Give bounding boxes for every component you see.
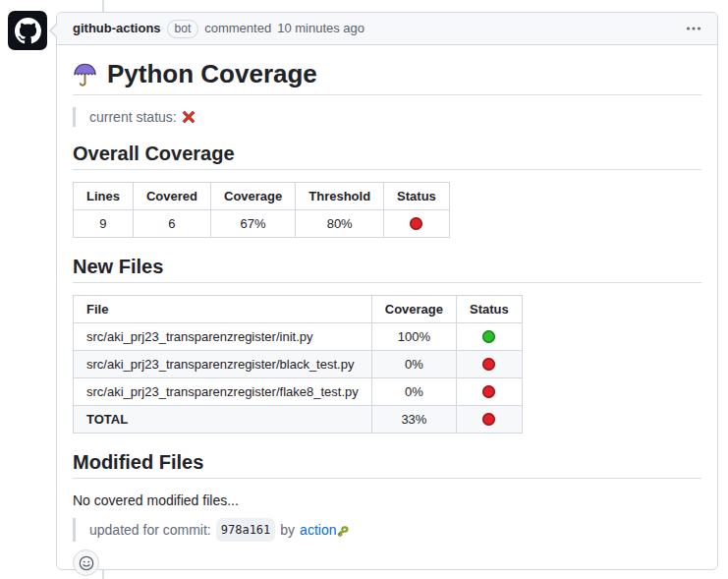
author-link[interactable]: github-actions	[73, 20, 161, 37]
comment-card: github-actions bot commented 10 minutes …	[56, 12, 718, 570]
action-link[interactable]: action	[300, 519, 336, 541]
smiley-icon	[79, 555, 94, 571]
column-header: File	[74, 296, 372, 323]
status-dot	[482, 330, 495, 343]
file-path: src/aki_prj23_transparenzregister/black_…	[74, 351, 372, 378]
coverage-value: 0%	[371, 378, 456, 406]
commit-sha-chip: 978a161	[216, 518, 276, 542]
reaction-row	[73, 550, 701, 579]
coverage-value: 100%	[371, 323, 456, 351]
comment-body: Python Coverage current status: Overall …	[57, 45, 717, 579]
table-header-row: File Coverage Status	[74, 296, 523, 323]
table-row-total: TOTAL 33%	[74, 406, 523, 434]
report-title-text: Python Coverage	[107, 59, 317, 88]
current-status-quote: current status:	[73, 107, 701, 127]
column-header: Lines	[74, 183, 134, 210]
column-header: Covered	[133, 183, 210, 210]
file-path: src/aki_prj23_transparenzregister/flake8…	[74, 378, 372, 406]
cross-mark-icon	[182, 110, 196, 124]
kebab-icon	[686, 21, 701, 36]
umbrella-icon	[73, 62, 97, 87]
overall-coverage-heading: Overall Coverage	[73, 143, 701, 170]
coverage-value: 67%	[211, 210, 296, 238]
table-row: src/aki_prj23_transparenzregister/init.p…	[74, 323, 523, 351]
snake-icon	[337, 522, 353, 538]
total-label: TOTAL	[74, 406, 372, 434]
new-files-table: File Coverage Status src/aki_prj23_trans…	[73, 295, 523, 434]
comment-header: github-actions bot commented 10 minutes …	[57, 13, 717, 45]
column-header: Status	[384, 183, 450, 210]
bot-badge: bot	[167, 20, 199, 38]
bot-avatar[interactable]	[8, 11, 47, 50]
timestamp-link[interactable]: 10 minutes ago	[277, 20, 364, 37]
current-status-label: current status:	[89, 107, 177, 127]
updated-for-commit-label: updated for commit:	[89, 519, 211, 541]
file-path: src/aki_prj23_transparenzregister/init.p…	[74, 323, 372, 351]
modified-files-heading: Modified Files	[73, 451, 701, 479]
column-header: Threshold	[296, 183, 384, 210]
no-modified-files-text: No covered modified files...	[73, 491, 701, 510]
table-row: src/aki_prj23_transparenzregister/flake8…	[74, 378, 523, 406]
status-dot	[482, 413, 495, 426]
table-row: src/aki_prj23_transparenzregister/black_…	[74, 351, 523, 378]
commented-label: commented	[204, 20, 271, 37]
comment-options-button[interactable]	[686, 19, 701, 38]
table-row: 9 6 67% 80%	[74, 210, 450, 238]
by-label: by	[280, 519, 295, 541]
column-header: Coverage	[371, 296, 456, 323]
threshold-value: 80%	[296, 210, 384, 238]
coverage-value: 0%	[371, 351, 456, 378]
commit-note-quote: updated for commit: 978a161 by action	[73, 518, 701, 542]
status-dot	[482, 358, 495, 371]
new-files-heading: New Files	[73, 256, 701, 283]
status-dot	[410, 217, 422, 230]
column-header: Status	[457, 296, 523, 323]
coverage-value: 33%	[371, 406, 456, 434]
column-header: Coverage	[211, 183, 296, 210]
covered-value: 6	[133, 210, 210, 238]
table-header-row: Lines Covered Coverage Threshold Status	[74, 183, 450, 210]
report-title: Python Coverage	[73, 59, 701, 95]
lines-value: 9	[74, 210, 134, 238]
add-reaction-button[interactable]	[73, 550, 99, 576]
status-dot	[482, 385, 495, 398]
github-logo-icon	[15, 18, 41, 44]
overall-coverage-table: Lines Covered Coverage Threshold Status …	[73, 182, 450, 238]
